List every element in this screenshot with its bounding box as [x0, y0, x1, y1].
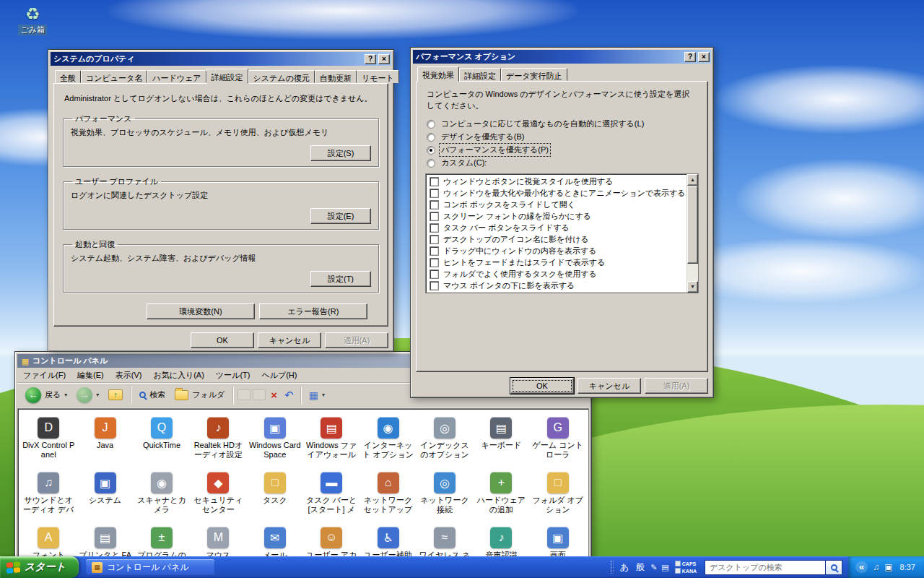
- effect-item-5[interactable]: デスクトップのアイコン名に影を付ける: [426, 234, 687, 246]
- checkbox-icon[interactable]: [430, 223, 439, 233]
- move-to-folder-icon[interactable]: [237, 389, 250, 400]
- display-tray-icon[interactable]: ▣: [884, 562, 892, 572]
- perf-tab-0[interactable]: 視覚効果: [417, 66, 459, 82]
- checkbox-icon[interactable]: [430, 177, 439, 186]
- cp-item-internet-options[interactable]: ◉インターネット オプション: [359, 413, 416, 467]
- cp-item-java[interactable]: JJava: [77, 413, 133, 467]
- cp-item-realtek-audio[interactable]: ♪Realtek HDオーディオ設定: [190, 413, 246, 467]
- cp-item-folder-options[interactable]: □フォルダ オプション: [530, 467, 586, 522]
- checkbox-icon[interactable]: [430, 212, 439, 221]
- environment-variables-button[interactable]: 環境変数(N): [147, 303, 255, 319]
- cp-item-sound-audio[interactable]: ♫サウンドとオーディオ デバイス: [20, 467, 77, 522]
- recycle-bin[interactable]: ♻ ごみ箱: [9, 4, 56, 35]
- kana-indicator[interactable]: KANA: [675, 568, 697, 574]
- help-button[interactable]: ?: [365, 54, 376, 64]
- desktop-search-go-button[interactable]: [826, 560, 842, 575]
- ok-button[interactable]: OK: [510, 378, 574, 394]
- radio-option-1[interactable]: デザインを優先する(B): [425, 131, 699, 144]
- back-button[interactable]: ← 戻る ▾: [22, 386, 71, 405]
- effect-item-4[interactable]: タスク バー ボタンをスライドする: [426, 223, 687, 234]
- perf-tab-1[interactable]: 詳細設定: [459, 68, 501, 81]
- cp-item-add-remove-programs[interactable]: ±プログラムの追: [134, 522, 190, 559]
- effect-item-6[interactable]: ドラッグ中にウィンドウの内容を表示する: [426, 246, 687, 257]
- cp-item-wireless-network[interactable]: ≈ワイヤレス ネッ: [417, 522, 473, 559]
- cp-item-speech-recognition[interactable]: ♪音声認識: [473, 522, 529, 559]
- menu-item-0[interactable]: ファイル(F): [17, 368, 71, 383]
- effect-item-7[interactable]: ヒントをフェードまたはスライドで表示する: [426, 257, 687, 269]
- menu-item-2[interactable]: 表示(V): [110, 368, 148, 383]
- effect-item-3[interactable]: スクリーン フォントの縁を滑らかにする: [426, 211, 687, 223]
- close-button[interactable]: ×: [378, 54, 390, 64]
- sysprops-tab-6[interactable]: リモート: [357, 70, 399, 83]
- hide-icons-chevron[interactable]: «: [855, 561, 868, 573]
- menu-item-1[interactable]: 編集(E): [71, 368, 110, 383]
- search-button[interactable]: 検索: [136, 388, 169, 402]
- copy-to-folder-icon[interactable]: [253, 389, 266, 400]
- cp-item-quicktime[interactable]: QQuickTime: [134, 413, 190, 467]
- checkbox-icon[interactable]: [430, 281, 439, 290]
- apply-button[interactable]: 適用(A): [645, 378, 708, 394]
- effect-item-1[interactable]: ウィンドウを最大化や最小化するときにアニメーションで表示する: [426, 188, 687, 199]
- checkbox-icon[interactable]: [430, 235, 439, 244]
- settings-button-1[interactable]: 設定(E): [310, 208, 371, 224]
- checkbox-icon[interactable]: [430, 258, 439, 267]
- performance-options-titlebar[interactable]: パフォーマンス オプション ? ×: [413, 50, 711, 64]
- scrollbar[interactable]: ▲ ▼: [687, 174, 698, 293]
- delete-icon[interactable]: ×: [268, 389, 280, 401]
- views-button[interactable]: ▦ ▾: [305, 388, 328, 402]
- cp-item-network-connections[interactable]: ◎ネットワーク接続: [417, 467, 473, 522]
- cp-item-keyboard[interactable]: ▤キーボード: [473, 413, 529, 467]
- menu-item-3[interactable]: お気に入り(A): [147, 368, 209, 383]
- ime-input-mode-button[interactable]: あ: [617, 561, 632, 574]
- perf-tab-2[interactable]: データ実行防止: [501, 68, 567, 81]
- checkbox-icon[interactable]: [430, 189, 439, 198]
- cp-item-scheduled-tasks[interactable]: □タスク: [247, 467, 303, 522]
- menu-item-4[interactable]: ツール(T): [210, 368, 256, 383]
- cp-item-game-controller[interactable]: Gゲーム コントローラ: [530, 413, 586, 467]
- ok-button[interactable]: OK: [191, 332, 254, 348]
- back-dropdown-icon[interactable]: ▾: [64, 392, 67, 398]
- cp-item-cardspace[interactable]: ▣Windows CardSpace: [247, 413, 303, 467]
- radio-option-0[interactable]: コンピュータに応じて最適なものを自動的に選択する(L): [425, 118, 699, 131]
- effect-item-2[interactable]: コンボ ボックスをスライドして開く: [426, 199, 687, 211]
- cp-item-display[interactable]: ▣画面: [530, 522, 586, 559]
- radio-option-2[interactable]: パフォーマンスを優先する(P): [425, 144, 699, 157]
- taskbar-task-control-panel[interactable]: ▦ コントロール パネル: [86, 559, 214, 576]
- sysprops-tab-1[interactable]: コンピュータ名: [81, 70, 147, 83]
- volume-icon[interactable]: ♫: [873, 562, 879, 572]
- menu-item-5[interactable]: ヘルプ(H): [256, 368, 302, 383]
- settings-button-2[interactable]: 設定(T): [310, 271, 371, 287]
- close-button[interactable]: ×: [698, 52, 710, 62]
- cp-item-add-hardware[interactable]: +ハードウェアの追加: [473, 467, 529, 522]
- cp-item-mouse[interactable]: Mマウス: [190, 522, 246, 559]
- cp-item-scanner-camera[interactable]: ◉スキャナとカメラ: [134, 467, 190, 522]
- checkbox-icon[interactable]: [430, 200, 439, 210]
- cp-item-divx[interactable]: DDivX Control Panel: [20, 413, 77, 467]
- cancel-button[interactable]: キャンセル: [578, 378, 641, 394]
- settings-button-0[interactable]: 設定(S): [310, 145, 371, 161]
- cp-item-printers-fax[interactable]: ▤プリンタと FAX: [77, 522, 133, 559]
- start-button[interactable]: スタート: [0, 556, 79, 578]
- undo-icon[interactable]: ↶: [282, 389, 296, 402]
- cp-item-security-center[interactable]: ◆セキュリティ センター: [190, 467, 246, 522]
- caps-indicator[interactable]: CAPS: [675, 561, 697, 566]
- cp-item-fonts[interactable]: Aフォント: [20, 522, 77, 559]
- effect-item-9[interactable]: マウス ポインタの下に影を表示する: [426, 280, 687, 292]
- cp-item-accessibility[interactable]: ♿ユーザー補助の: [359, 522, 416, 559]
- sysprops-tab-4[interactable]: システムの復元: [248, 70, 315, 83]
- cp-item-user-accounts[interactable]: ☺ユーザー アカウ: [303, 522, 359, 559]
- radio-option-3[interactable]: カスタム(C):: [425, 157, 699, 170]
- scroll-down-button[interactable]: ▼: [687, 281, 698, 293]
- cp-item-system[interactable]: ▣システム: [77, 467, 133, 522]
- language-bar-grip[interactable]: [611, 561, 614, 574]
- system-properties-titlebar[interactable]: システムのプロパティ ? ×: [51, 52, 391, 66]
- cancel-button[interactable]: キャンセル: [258, 332, 321, 348]
- sysprops-tab-3[interactable]: 詳細設定: [206, 69, 248, 84]
- cp-item-indexing-options[interactable]: ◎インデックスのオプション: [417, 413, 473, 467]
- error-reporting-button[interactable]: エラー報告(R): [259, 303, 367, 319]
- desktop-search-box[interactable]: デスクトップの検索: [705, 560, 826, 575]
- sysprops-tab-5[interactable]: 自動更新: [315, 70, 357, 83]
- cp-item-mail[interactable]: ✉メール: [247, 522, 303, 559]
- checkbox-icon[interactable]: [430, 246, 439, 256]
- sysprops-tab-2[interactable]: ハードウェア: [147, 70, 206, 83]
